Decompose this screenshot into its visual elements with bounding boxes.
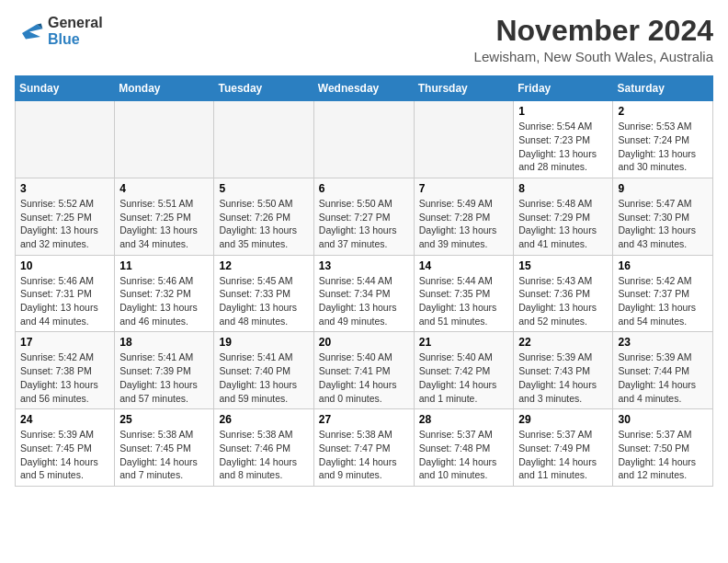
col-tuesday: Tuesday xyxy=(214,76,313,101)
calendar-day-cell: 29Sunrise: 5:37 AM Sunset: 7:49 PM Dayli… xyxy=(514,409,613,487)
day-info: Sunrise: 5:46 AM Sunset: 7:32 PM Dayligh… xyxy=(119,274,209,328)
calendar-day-cell: 27Sunrise: 5:38 AM Sunset: 7:47 PM Dayli… xyxy=(313,409,414,487)
calendar-day-cell: 24Sunrise: 5:39 AM Sunset: 7:45 PM Dayli… xyxy=(16,409,115,487)
calendar-day-cell: 20Sunrise: 5:40 AM Sunset: 7:41 PM Dayli… xyxy=(313,332,414,409)
day-number: 17 xyxy=(20,336,109,349)
day-info: Sunrise: 5:51 AM Sunset: 7:25 PM Dayligh… xyxy=(119,197,209,251)
day-number: 9 xyxy=(618,182,708,195)
svg-marker-0 xyxy=(22,24,42,39)
day-info: Sunrise: 5:49 AM Sunset: 7:28 PM Dayligh… xyxy=(419,197,509,251)
calendar-week-row: 3Sunrise: 5:52 AM Sunset: 7:25 PM Daylig… xyxy=(16,178,713,255)
day-info: Sunrise: 5:52 AM Sunset: 7:25 PM Dayligh… xyxy=(20,197,109,251)
day-info: Sunrise: 5:50 AM Sunset: 7:26 PM Dayligh… xyxy=(219,197,308,251)
day-info: Sunrise: 5:44 AM Sunset: 7:34 PM Dayligh… xyxy=(319,274,409,328)
calendar-day-cell xyxy=(115,101,214,178)
day-info: Sunrise: 5:42 AM Sunset: 7:37 PM Dayligh… xyxy=(618,274,708,328)
calendar-day-cell: 1Sunrise: 5:54 AM Sunset: 7:23 PM Daylig… xyxy=(514,101,613,178)
day-number: 28 xyxy=(419,413,509,426)
day-number: 4 xyxy=(119,182,209,195)
day-info: Sunrise: 5:40 AM Sunset: 7:41 PM Dayligh… xyxy=(319,350,409,405)
calendar-day-cell xyxy=(214,101,313,178)
day-info: Sunrise: 5:37 AM Sunset: 7:48 PM Dayligh… xyxy=(419,428,509,482)
day-number: 25 xyxy=(119,413,209,426)
day-number: 7 xyxy=(419,182,509,195)
col-saturday: Saturday xyxy=(613,76,713,101)
day-info: Sunrise: 5:38 AM Sunset: 7:47 PM Dayligh… xyxy=(319,428,409,482)
logo: General Blue xyxy=(15,15,103,47)
calendar-day-cell xyxy=(16,101,115,178)
day-info: Sunrise: 5:37 AM Sunset: 7:50 PM Dayligh… xyxy=(618,428,708,482)
day-number: 5 xyxy=(219,182,308,195)
day-info: Sunrise: 5:44 AM Sunset: 7:35 PM Dayligh… xyxy=(419,274,509,328)
calendar-header-row: Sunday Monday Tuesday Wednesday Thursday… xyxy=(16,76,713,101)
calendar-day-cell: 21Sunrise: 5:40 AM Sunset: 7:42 PM Dayli… xyxy=(414,332,514,409)
calendar-day-cell: 8Sunrise: 5:48 AM Sunset: 7:29 PM Daylig… xyxy=(514,178,613,255)
calendar-day-cell: 28Sunrise: 5:37 AM Sunset: 7:48 PM Dayli… xyxy=(414,409,514,487)
day-info: Sunrise: 5:48 AM Sunset: 7:29 PM Dayligh… xyxy=(518,197,608,251)
logo-icon xyxy=(15,18,44,44)
day-number: 2 xyxy=(618,105,708,118)
col-thursday: Thursday xyxy=(414,76,514,101)
calendar-day-cell: 15Sunrise: 5:43 AM Sunset: 7:36 PM Dayli… xyxy=(514,255,613,332)
day-info: Sunrise: 5:45 AM Sunset: 7:33 PM Dayligh… xyxy=(219,274,308,328)
day-info: Sunrise: 5:41 AM Sunset: 7:39 PM Dayligh… xyxy=(119,350,209,405)
day-number: 29 xyxy=(518,413,608,426)
calendar-day-cell: 2Sunrise: 5:53 AM Sunset: 7:24 PM Daylig… xyxy=(613,101,713,178)
day-number: 11 xyxy=(119,259,209,272)
day-number: 18 xyxy=(119,336,209,349)
col-sunday: Sunday xyxy=(16,76,115,101)
calendar-day-cell: 19Sunrise: 5:41 AM Sunset: 7:40 PM Dayli… xyxy=(214,332,313,409)
day-info: Sunrise: 5:39 AM Sunset: 7:44 PM Dayligh… xyxy=(618,350,708,405)
day-number: 20 xyxy=(319,336,409,349)
calendar-day-cell: 7Sunrise: 5:49 AM Sunset: 7:28 PM Daylig… xyxy=(414,178,514,255)
day-number: 19 xyxy=(219,336,308,349)
day-number: 1 xyxy=(518,105,608,118)
calendar-day-cell: 11Sunrise: 5:46 AM Sunset: 7:32 PM Dayli… xyxy=(115,255,214,332)
calendar-day-cell: 17Sunrise: 5:42 AM Sunset: 7:38 PM Dayli… xyxy=(16,332,115,409)
calendar-week-row: 17Sunrise: 5:42 AM Sunset: 7:38 PM Dayli… xyxy=(16,332,713,409)
calendar-day-cell: 10Sunrise: 5:46 AM Sunset: 7:31 PM Dayli… xyxy=(16,255,115,332)
calendar-table: Sunday Monday Tuesday Wednesday Thursday… xyxy=(15,75,713,487)
col-monday: Monday xyxy=(115,76,214,101)
day-info: Sunrise: 5:40 AM Sunset: 7:42 PM Dayligh… xyxy=(419,350,509,405)
calendar-day-cell: 5Sunrise: 5:50 AM Sunset: 7:26 PM Daylig… xyxy=(214,178,313,255)
calendar-day-cell: 6Sunrise: 5:50 AM Sunset: 7:27 PM Daylig… xyxy=(313,178,414,255)
calendar-day-cell: 12Sunrise: 5:45 AM Sunset: 7:33 PM Dayli… xyxy=(214,255,313,332)
day-info: Sunrise: 5:54 AM Sunset: 7:23 PM Dayligh… xyxy=(518,120,608,174)
day-number: 15 xyxy=(518,259,608,272)
calendar-day-cell: 13Sunrise: 5:44 AM Sunset: 7:34 PM Dayli… xyxy=(313,255,414,332)
col-wednesday: Wednesday xyxy=(313,76,414,101)
calendar-day-cell: 23Sunrise: 5:39 AM Sunset: 7:44 PM Dayli… xyxy=(613,332,713,409)
day-number: 21 xyxy=(419,336,509,349)
location-subtitle: Lewisham, New South Wales, Australia xyxy=(474,49,713,64)
col-friday: Friday xyxy=(514,76,613,101)
day-number: 26 xyxy=(219,413,308,426)
calendar-day-cell: 3Sunrise: 5:52 AM Sunset: 7:25 PM Daylig… xyxy=(16,178,115,255)
day-info: Sunrise: 5:37 AM Sunset: 7:49 PM Dayligh… xyxy=(518,428,608,482)
calendar-day-cell: 30Sunrise: 5:37 AM Sunset: 7:50 PM Dayli… xyxy=(613,409,713,487)
month-title: November 2024 xyxy=(474,15,713,47)
day-number: 6 xyxy=(319,182,409,195)
calendar-day-cell xyxy=(414,101,514,178)
day-info: Sunrise: 5:41 AM Sunset: 7:40 PM Dayligh… xyxy=(219,350,308,405)
day-number: 30 xyxy=(618,413,708,426)
day-number: 10 xyxy=(20,259,109,272)
calendar-day-cell xyxy=(313,101,414,178)
day-info: Sunrise: 5:53 AM Sunset: 7:24 PM Dayligh… xyxy=(618,120,708,174)
day-info: Sunrise: 5:46 AM Sunset: 7:31 PM Dayligh… xyxy=(20,274,109,328)
calendar-day-cell: 22Sunrise: 5:39 AM Sunset: 7:43 PM Dayli… xyxy=(514,332,613,409)
day-number: 3 xyxy=(20,182,109,195)
day-info: Sunrise: 5:38 AM Sunset: 7:45 PM Dayligh… xyxy=(119,428,209,482)
day-number: 13 xyxy=(319,259,409,272)
page-header: General Blue November 2024 Lewisham, New… xyxy=(15,15,713,64)
day-info: Sunrise: 5:47 AM Sunset: 7:30 PM Dayligh… xyxy=(618,197,708,251)
day-info: Sunrise: 5:39 AM Sunset: 7:45 PM Dayligh… xyxy=(20,428,109,482)
calendar-day-cell: 9Sunrise: 5:47 AM Sunset: 7:30 PM Daylig… xyxy=(613,178,713,255)
title-block: November 2024 Lewisham, New South Wales,… xyxy=(474,15,713,64)
calendar-week-row: 10Sunrise: 5:46 AM Sunset: 7:31 PM Dayli… xyxy=(16,255,713,332)
day-number: 23 xyxy=(618,336,708,349)
calendar-day-cell: 25Sunrise: 5:38 AM Sunset: 7:45 PM Dayli… xyxy=(115,409,214,487)
calendar-day-cell: 18Sunrise: 5:41 AM Sunset: 7:39 PM Dayli… xyxy=(115,332,214,409)
logo-text: General Blue xyxy=(48,15,103,47)
day-number: 14 xyxy=(419,259,509,272)
